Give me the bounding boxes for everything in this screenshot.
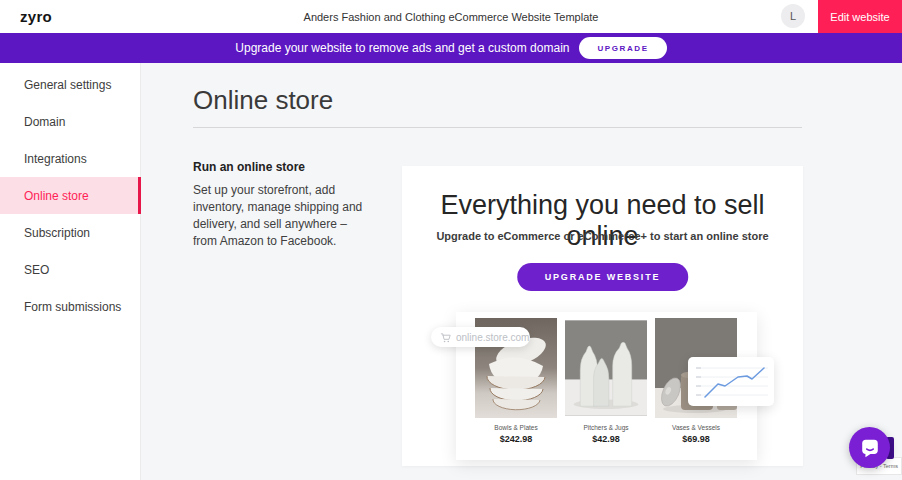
sidebar-item-label: Domain xyxy=(24,115,65,129)
upgrade-banner-text: Upgrade your website to remove ads and g… xyxy=(235,41,569,55)
sidebar-item-integrations[interactable]: Integrations xyxy=(0,140,140,177)
product-tile: Pitchers & Jugs $42.98 xyxy=(565,318,647,460)
user-avatar[interactable]: L xyxy=(781,4,805,28)
chat-bubble-icon xyxy=(859,437,881,459)
title-divider xyxy=(193,127,802,128)
sidebar-item-form-submissions[interactable]: Form submissions xyxy=(0,288,140,325)
sidebar-item-seo[interactable]: SEO xyxy=(0,251,140,288)
sidebar-item-label: Subscription xyxy=(24,226,90,240)
site-template-title: Anders Fashion and Clothing eCommerce We… xyxy=(304,11,599,23)
section-heading: Run an online store xyxy=(193,160,369,174)
sidebar-item-label: Online store xyxy=(24,189,89,203)
run-store-description-column: Run an online store Set up your storefro… xyxy=(193,160,369,250)
sidebar-item-subscription[interactable]: Subscription xyxy=(0,214,140,251)
cart-icon xyxy=(440,332,451,343)
sidebar-item-label: Form submissions xyxy=(24,300,121,314)
upgrade-button[interactable]: UPGRADE xyxy=(579,37,666,59)
zyro-logo[interactable]: zyro xyxy=(20,8,52,25)
chat-widget-button[interactable] xyxy=(849,427,890,468)
main-content: Online store Run an online store Set up … xyxy=(142,63,902,480)
page-title: Online store xyxy=(193,85,333,116)
sidebar-item-online-store[interactable]: Online store xyxy=(0,177,140,214)
settings-sidebar: General settings Domain Integrations Onl… xyxy=(0,63,141,480)
product-name: Pitchers & Jugs xyxy=(565,424,647,431)
sidebar-item-label: SEO xyxy=(24,263,49,277)
sidebar-item-general-settings[interactable]: General settings xyxy=(0,66,140,103)
product-name: Vases & Vessels xyxy=(655,424,737,431)
upgrade-website-button[interactable]: UPGRADE WEBSITE xyxy=(517,263,689,291)
sidebar-item-label: Integrations xyxy=(24,152,87,166)
sidebar-item-domain[interactable]: Domain xyxy=(0,103,140,140)
product-price: $42.98 xyxy=(565,434,647,444)
sales-sparkline xyxy=(688,357,774,406)
ecommerce-upsell-panel: Everything you need to sell online Upgra… xyxy=(402,166,803,466)
section-description: Set up your storefront, add inventory, m… xyxy=(193,182,369,250)
panel-subtitle: Upgrade to eCommerce or eCommerce+ to st… xyxy=(402,230,803,242)
panel-title: Everything you need to sell online xyxy=(402,190,803,252)
store-url-text: online.store.com xyxy=(456,332,529,343)
product-price: $69.98 xyxy=(655,434,737,444)
product-name: Bowls & Plates xyxy=(475,424,557,431)
edit-website-button[interactable]: Edit website xyxy=(818,0,902,33)
sidebar-item-label: General settings xyxy=(24,78,111,92)
product-image-pitchers xyxy=(565,318,647,418)
store-url-pill: online.store.com xyxy=(431,327,530,347)
top-bar: zyro Anders Fashion and Clothing eCommer… xyxy=(0,0,902,33)
mini-chart-line xyxy=(705,368,764,397)
product-price: $242.98 xyxy=(475,434,557,444)
upgrade-banner: Upgrade your website to remove ads and g… xyxy=(0,33,902,63)
sales-chart-card xyxy=(688,357,774,406)
